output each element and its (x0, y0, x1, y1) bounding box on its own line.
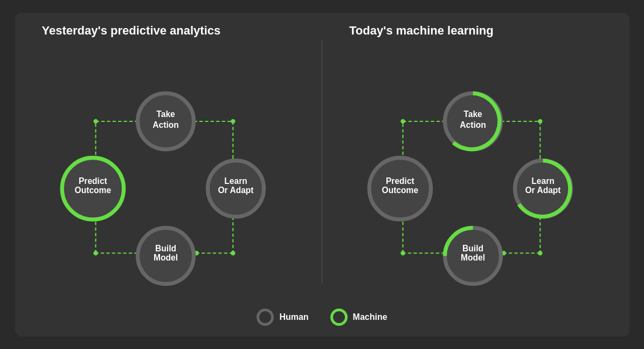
svg-text:Or Adapt: Or Adapt (525, 186, 560, 195)
svg-text:Outcome: Outcome (382, 186, 419, 195)
svg-point-34 (538, 251, 542, 255)
svg-text:Action: Action (153, 120, 178, 129)
svg-point-14 (93, 119, 98, 123)
svg-text:Or Adapt: Or Adapt (218, 186, 253, 195)
left-diagram-section: Yesterday's predictive analytics (31, 24, 306, 300)
machine-label: Machine (353, 312, 387, 322)
svg-text:Take: Take (463, 109, 482, 118)
svg-text:Build: Build (155, 244, 176, 253)
diagrams-row: Yesterday's predictive analytics (31, 24, 613, 300)
svg-text:Take: Take (156, 109, 175, 118)
legend-machine: Machine (330, 309, 387, 326)
left-title: Yesterday's predictive analytics (31, 24, 221, 38)
svg-point-42 (400, 119, 405, 123)
svg-text:Predict: Predict (386, 176, 414, 186)
svg-point-6 (231, 251, 235, 255)
svg-point-30 (538, 119, 542, 123)
svg-text:Learn: Learn (224, 176, 247, 186)
legend-human: Human (257, 309, 308, 326)
left-diagram-area: Take Action Learn Or Adapt Build Model P… (31, 43, 306, 300)
svg-text:Predict: Predict (78, 176, 107, 186)
svg-point-38 (400, 251, 405, 255)
right-svg: Take Action Predict Outcome Learn Or Ada… (338, 43, 613, 300)
human-legend-icon (257, 309, 274, 326)
svg-text:Outcome: Outcome (74, 186, 111, 195)
right-diagram-area: Take Action Predict Outcome Learn Or Ada… (338, 43, 613, 300)
svg-text:Action: Action (460, 120, 486, 129)
right-diagram-section: Today's machine learning (338, 24, 613, 300)
left-svg: Take Action Learn Or Adapt Build Model P… (31, 43, 306, 300)
main-container: Yesterday's predictive analytics (15, 13, 629, 337)
divider (322, 40, 322, 284)
legend: Human Machine (31, 300, 613, 331)
human-label: Human (279, 312, 308, 322)
right-title: Today's machine learning (338, 24, 494, 38)
svg-point-2 (231, 119, 235, 123)
svg-text:Model: Model (461, 252, 485, 262)
svg-text:Learn: Learn (531, 176, 554, 186)
svg-point-10 (93, 251, 98, 255)
svg-text:Build: Build (462, 244, 483, 253)
machine-legend-icon (330, 309, 348, 326)
svg-text:Model: Model (154, 252, 178, 262)
